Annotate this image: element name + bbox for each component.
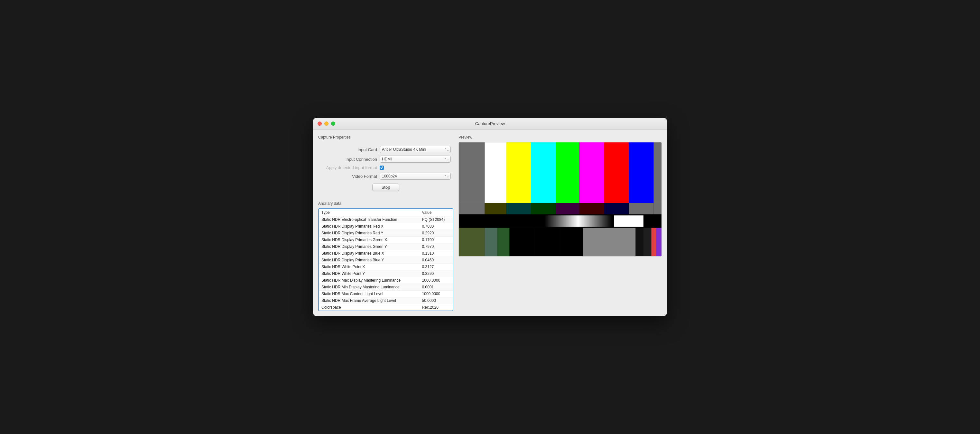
- input-connection-row: Input Connection HDMI ⌃⌄: [318, 155, 453, 163]
- cell-type: Static HDR Max Display Mastering Luminan…: [319, 277, 420, 284]
- cell-type: Static HDR Min Display Mastering Luminan…: [319, 284, 420, 291]
- video-format-select[interactable]: 1080p24: [380, 173, 451, 180]
- svg-rect-14: [579, 203, 604, 214]
- cell-value: 0.7080: [420, 223, 453, 230]
- input-card-select[interactable]: Antler UltraStudio 4K Mini: [380, 146, 451, 153]
- svg-rect-1: [485, 143, 506, 203]
- cell-value: 1000.0000: [420, 277, 453, 284]
- color-bars-svg: [459, 143, 662, 256]
- app-window: CapturePreview Capture Properties Input …: [313, 118, 667, 316]
- svg-rect-19: [544, 215, 612, 227]
- table-row: Static HDR Max Content Light Level1000.0…: [319, 291, 453, 297]
- svg-rect-8: [654, 143, 662, 203]
- svg-rect-0: [459, 143, 485, 203]
- table-row: Static HDR Display Primaries Green X0.17…: [319, 237, 453, 243]
- cell-value: 0.1700: [420, 237, 453, 243]
- cell-value: PQ (ST2084): [420, 216, 453, 223]
- cell-type: Static HDR Electro-optical Transfer Func…: [319, 216, 420, 223]
- table-row: Static HDR Display Primaries Red X0.7080: [319, 223, 453, 230]
- svg-rect-22: [485, 228, 497, 256]
- preview-area: [458, 142, 662, 257]
- svg-rect-26: [559, 228, 583, 256]
- svg-rect-16: [629, 203, 654, 214]
- svg-rect-3: [531, 143, 556, 203]
- cell-type: Static HDR Display Primaries Blue X: [319, 250, 420, 257]
- cell-type: Static HDR Max Frame Average Light Level: [319, 297, 420, 304]
- cell-value: 50.0000: [420, 297, 453, 304]
- table-row: Static HDR White Point X0.3127: [319, 264, 453, 270]
- svg-rect-2: [506, 143, 531, 203]
- apply-detected-checkbox[interactable]: [380, 166, 384, 170]
- svg-rect-15: [604, 203, 629, 214]
- svg-rect-27: [583, 228, 628, 256]
- cell-value: 0.3290: [420, 270, 453, 277]
- svg-rect-11: [506, 203, 531, 214]
- table-body: Static HDR Electro-optical Transfer Func…: [319, 216, 453, 311]
- table-row: Static HDR Max Frame Average Light Level…: [319, 297, 453, 304]
- close-button[interactable]: [318, 122, 322, 126]
- cell-type: Colorspace: [319, 304, 420, 311]
- cell-type: Static HDR Display Primaries Red X: [319, 223, 420, 230]
- input-connection-select[interactable]: HDMI: [380, 155, 451, 163]
- svg-rect-31: [652, 228, 656, 256]
- cell-value: 1000.0000: [420, 291, 453, 297]
- table-row: Static HDR Display Primaries Red Y0.2920: [319, 230, 453, 237]
- table-row: Static HDR Display Primaries Green Y0.79…: [319, 243, 453, 250]
- input-card-select-wrapper: Antler UltraStudio 4K Mini ⌃⌄: [380, 146, 451, 153]
- cell-value: 0.0001: [420, 284, 453, 291]
- svg-rect-25: [535, 228, 559, 256]
- cell-value: 0.2920: [420, 230, 453, 237]
- window-title: CapturePreview: [475, 121, 505, 126]
- column-type-header: Type: [319, 209, 420, 216]
- ancillary-section: Ancillary data Type Value Static HDR Ele…: [318, 201, 453, 311]
- svg-rect-20: [614, 215, 643, 227]
- stop-button[interactable]: Stop: [372, 184, 399, 191]
- right-panel: Preview: [458, 135, 662, 311]
- ancillary-label: Ancillary data: [318, 201, 453, 206]
- svg-rect-4: [556, 143, 579, 203]
- cell-type: Static HDR White Point Y: [319, 270, 420, 277]
- svg-rect-13: [556, 203, 579, 214]
- video-format-row: Video Format 1080p24 ⌃⌄: [318, 173, 453, 180]
- svg-rect-28: [628, 228, 636, 256]
- minimize-button[interactable]: [324, 122, 328, 126]
- input-connection-label: Input Connection: [321, 157, 377, 162]
- apply-detected-checkbox-wrapper: [380, 166, 384, 170]
- cell-type: Static HDR Display Primaries Green X: [319, 237, 420, 243]
- table-row: Static HDR Min Display Mastering Luminan…: [319, 284, 453, 291]
- form-area: Input Card Antler UltraStudio 4K Mini ⌃⌄…: [318, 143, 453, 196]
- table-row: Static HDR Electro-optical Transfer Func…: [319, 216, 453, 223]
- table-row: Static HDR Max Display Mastering Luminan…: [319, 277, 453, 284]
- video-format-select-wrapper: 1080p24 ⌃⌄: [380, 173, 451, 180]
- svg-rect-21: [459, 228, 485, 256]
- input-card-label: Input Card: [321, 147, 377, 152]
- maximize-button[interactable]: [331, 122, 335, 126]
- video-format-label: Video Format: [321, 174, 377, 179]
- table-row: ColorspaceRec.2020: [319, 304, 453, 311]
- svg-rect-5: [579, 143, 604, 203]
- table-row: Static HDR White Point Y0.3290: [319, 270, 453, 277]
- preview-label: Preview: [458, 135, 662, 139]
- svg-rect-12: [531, 203, 556, 214]
- cell-type: Static HDR Display Primaries Green Y: [319, 243, 420, 250]
- apply-detected-row: Apply detected input format: [318, 165, 453, 170]
- cell-value: 0.3127: [420, 264, 453, 270]
- svg-rect-32: [656, 228, 662, 256]
- table-row: Static HDR Display Primaries Blue Y0.046…: [319, 257, 453, 264]
- traffic-lights: [318, 122, 335, 126]
- svg-rect-6: [604, 143, 629, 203]
- left-panel: Capture Properties Input Card Antler Ult…: [318, 135, 453, 311]
- cell-value: Rec.2020: [420, 304, 453, 311]
- cell-value: 0.1310: [420, 250, 453, 257]
- cell-type: Static HDR White Point X: [319, 264, 420, 270]
- svg-rect-30: [643, 228, 652, 256]
- titlebar: CapturePreview: [313, 118, 667, 130]
- table-row: Static HDR Display Primaries Blue X0.131…: [319, 250, 453, 257]
- column-value-header: Value: [420, 209, 453, 216]
- table-header-row: Type Value: [319, 209, 453, 216]
- cell-value: 0.7970: [420, 243, 453, 250]
- svg-rect-29: [636, 228, 644, 256]
- apply-detected-label: Apply detected input format: [321, 165, 377, 170]
- cell-type: Static HDR Display Primaries Blue Y: [319, 257, 420, 264]
- data-table-wrapper: Type Value Static HDR Electro-optical Tr…: [318, 208, 453, 311]
